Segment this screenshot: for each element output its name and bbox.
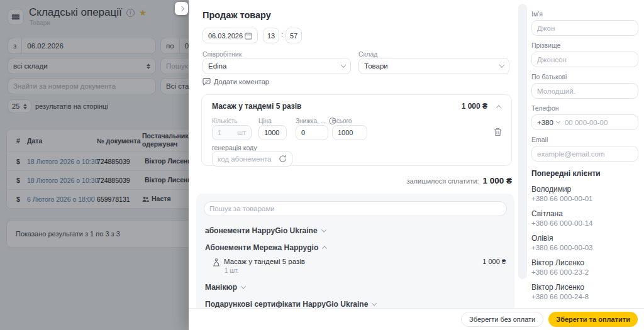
remaining-label: залишилося сплатити: — [406, 177, 479, 185]
email-input[interactable] — [531, 146, 638, 162]
comment-icon — [203, 78, 211, 85]
employee-value: Edina — [208, 62, 226, 70]
qty-input: 1 шт — [212, 125, 252, 140]
first-name-label: Ім'я — [531, 10, 638, 18]
catalog-product-name: Масаж у тандемі 5 разів — [224, 258, 305, 265]
cart-item-price: 1 000 ₴ — [462, 102, 487, 111]
catalog-search-field[interactable] — [209, 205, 501, 212]
warehouse-value: Товари — [364, 62, 388, 70]
previous-clients-title: Попередні клієнти — [531, 169, 638, 178]
save-without-payment-button[interactable]: Зберегти без оплати — [461, 312, 543, 327]
chevron-down-icon — [321, 227, 326, 232]
catalog-product[interactable]: Масаж у тандемі 5 разів 1 шт. 1 000 ₴ — [204, 256, 507, 278]
minute-input[interactable]: 57 — [286, 28, 302, 43]
sale-dialog: Продаж товару 06.03.2026 13 : 57 Співроб… — [189, 0, 644, 330]
chevron-down-icon — [241, 283, 246, 289]
previous-client-item[interactable]: Володимир +380 66 000-00-01 — [531, 185, 638, 202]
warehouse-select[interactable]: Товари — [358, 58, 509, 74]
cart-item-name: Масаж у тандемі 5 разів — [212, 102, 301, 111]
dialog-title: Продаж товару — [203, 10, 271, 20]
phone-input[interactable]: +380 00 000-00-00 — [531, 114, 638, 130]
catalog-product-qty: 1 шт. — [225, 267, 305, 274]
hour-input[interactable]: 13 — [263, 28, 279, 43]
sale-date-input[interactable]: 06.03.2026 — [203, 28, 258, 43]
first-name-input[interactable] — [531, 20, 638, 36]
generate-code-icon[interactable] — [279, 155, 287, 163]
chevron-up-icon — [322, 246, 327, 251]
total-input[interactable]: 1000 — [332, 125, 367, 140]
chevron-down-icon — [372, 300, 377, 305]
discount-label: Знижка, ... i — [296, 118, 336, 124]
remaining-to-pay: залишилося сплатити: 1 000 ₴ — [406, 176, 512, 185]
chevron-up-icon[interactable] — [496, 105, 501, 110]
trash-icon[interactable] — [494, 128, 502, 136]
catalog-group[interactable]: Абонементи Мережа Happygio — [204, 239, 507, 256]
previous-client-item[interactable]: Світлана +380 66 000-00-14 — [531, 209, 638, 227]
total-label: Всього — [332, 118, 352, 124]
cart-item-card: Масаж у тандемі 5 разів 1 000 ₴ Кількіст… — [201, 94, 512, 166]
save-and-pay-button[interactable]: Зберегти та оплатити — [548, 312, 638, 327]
catalog-product-price: 1 000 ₴ — [482, 258, 506, 265]
warehouse-label: Склад — [358, 50, 377, 58]
chevron-down-icon — [556, 119, 560, 124]
add-comment-button[interactable]: Додати коментар — [203, 78, 269, 85]
email-label: Email — [531, 136, 638, 143]
collapse-panel-button[interactable] — [175, 2, 188, 15]
middle-name-label: По батькові — [531, 73, 638, 80]
discount-input[interactable]: 0 — [296, 125, 328, 140]
price-label: Ціна — [258, 118, 272, 124]
middle-name-field[interactable] — [537, 87, 633, 95]
chevron-down-icon — [499, 62, 504, 67]
phone-placeholder: 00 000-00-00 — [565, 119, 608, 126]
middle-name-input[interactable] — [531, 83, 638, 99]
qty-unit: шт — [237, 129, 246, 136]
phone-label: Телефон — [531, 104, 638, 112]
previous-client-item[interactable]: Олівія +380 66 000-00-03 — [531, 234, 638, 251]
catalog-group[interactable]: абонементи HappyGio Ukraine — [204, 222, 507, 239]
chevron-right-icon — [179, 6, 184, 11]
client-panel: Ім'я Прізвище По батькові Телефон +380 0… — [531, 0, 638, 308]
chevron-down-icon — [341, 62, 346, 67]
last-name-input[interactable] — [531, 52, 638, 67]
massage-icon — [213, 258, 220, 267]
last-name-field[interactable] — [537, 56, 633, 63]
employee-label: Співробітник — [203, 50, 242, 58]
catalog-group[interactable]: Манікюр — [204, 278, 507, 295]
subscription-code-input[interactable]: код абонемента — [212, 151, 292, 167]
price-input[interactable]: 1000 — [258, 125, 287, 140]
last-name-label: Прізвище — [531, 41, 638, 49]
previous-client-item[interactable]: Віктор Лисенко +380 66 000-24-8 — [531, 283, 638, 300]
qty-label: Кількість — [212, 118, 237, 124]
sale-date-value: 06.03.2026 — [208, 32, 243, 40]
employee-select[interactable]: Edina — [203, 58, 351, 74]
catalog-search-input[interactable] — [204, 201, 507, 216]
scrollbar[interactable] — [518, 4, 527, 279]
previous-client-item[interactable]: Віктор Лисенко +380 66 000-23-2 — [531, 258, 638, 276]
phone-country-code[interactable]: +380 — [537, 119, 560, 126]
email-field[interactable] — [537, 150, 633, 158]
first-name-field[interactable] — [537, 25, 633, 32]
dialog-footer: Зберегти без оплати Зберегти та оплатити — [189, 308, 644, 330]
time-separator: : — [281, 31, 283, 38]
calendar-icon — [245, 32, 252, 40]
remaining-value: 1 000 ₴ — [482, 176, 512, 185]
